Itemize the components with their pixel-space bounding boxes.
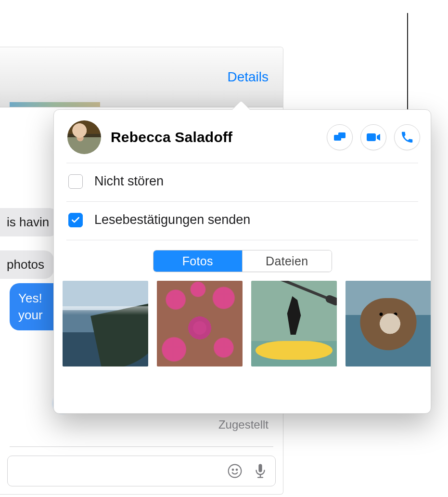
svg-point-0 — [229, 465, 242, 478]
divider — [66, 240, 418, 240]
segmented-control[interactable]: Fotos Dateien — [153, 250, 332, 272]
photo-thumbnail[interactable] — [63, 281, 148, 366]
details-popover: Rebecca Saladoff Nicht stören — [53, 109, 431, 414]
dnd-checkbox[interactable] — [68, 174, 83, 189]
photo-thumbnail[interactable] — [157, 281, 243, 366]
delivered-label: Zugestellt — [218, 418, 269, 432]
svg-rect-8 — [367, 133, 376, 141]
callout-line — [407, 13, 408, 121]
screen-share-button[interactable] — [327, 124, 353, 150]
emoji-icon[interactable] — [227, 463, 243, 479]
audio-call-button[interactable] — [394, 124, 420, 150]
message-bubble-incoming: is havin — [0, 208, 59, 236]
segment-photos[interactable]: Fotos — [154, 250, 243, 272]
dnd-row[interactable]: Nicht stören — [54, 163, 431, 197]
photo-grid — [54, 281, 431, 366]
contact-name: Rebecca Saladoff — [111, 129, 327, 145]
dnd-label: Nicht stören — [94, 174, 164, 189]
read-receipts-row[interactable]: Lesebestätigungen senden — [54, 202, 431, 236]
photo-thumbnail[interactable] — [251, 281, 337, 366]
read-receipts-label: Lesebestätigungen senden — [94, 212, 250, 227]
svg-rect-7 — [338, 132, 346, 138]
photo-thumbnail[interactable] — [346, 281, 431, 366]
read-receipts-checkbox[interactable] — [68, 213, 83, 227]
details-link[interactable]: Details — [227, 69, 269, 85]
segment-files[interactable]: Dateien — [242, 250, 332, 272]
input-divider — [10, 446, 273, 447]
svg-rect-3 — [258, 464, 262, 472]
svg-point-2 — [236, 469, 238, 471]
svg-point-1 — [232, 469, 234, 471]
message-input[interactable] — [7, 456, 276, 486]
message-bubble-incoming: photos — [0, 250, 54, 279]
messages-toolbar: Details — [0, 47, 283, 107]
microphone-icon[interactable] — [253, 463, 268, 479]
avatar — [67, 120, 101, 154]
video-call-button[interactable] — [360, 124, 386, 150]
